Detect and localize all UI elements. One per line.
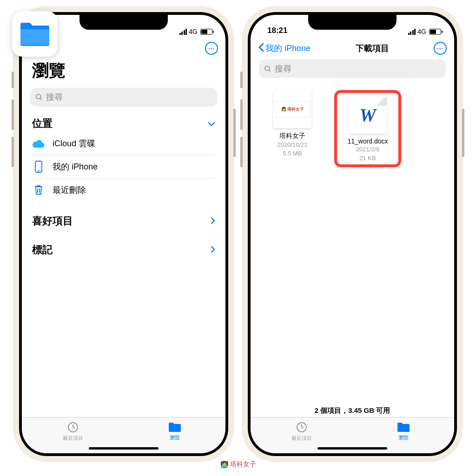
home-indicator[interactable] bbox=[317, 447, 387, 450]
file-grid: 👩塔科女子 塔科女子 2020/10/21 5.5 MB W 11_word.d… bbox=[251, 84, 454, 174]
row-icloud[interactable]: iCloud 雲碟 bbox=[32, 132, 215, 155]
folder-icon bbox=[397, 422, 410, 433]
trash-icon bbox=[32, 184, 45, 196]
home-indicator[interactable] bbox=[89, 447, 159, 450]
tab-recent[interactable]: 最近項目 bbox=[22, 417, 124, 445]
locations-list: iCloud 雲碟 我的 iPhone 最近刪除 bbox=[22, 132, 225, 201]
svg-line-6 bbox=[269, 70, 271, 72]
file-date: 2020/10/21 bbox=[264, 141, 320, 149]
battery-icon bbox=[429, 29, 441, 35]
svg-point-5 bbox=[265, 66, 270, 71]
status-time: 18:21 bbox=[267, 26, 287, 35]
footer-status: 2 個項目，3.45 GB 可用 bbox=[251, 402, 454, 417]
row-trash[interactable]: 最近刪除 bbox=[32, 179, 215, 201]
search-placeholder: 搜尋 bbox=[46, 91, 63, 103]
file-size: 21 KB bbox=[340, 155, 396, 163]
more-button[interactable]: ⋯ bbox=[205, 42, 218, 55]
folder-icon bbox=[168, 422, 182, 433]
back-button[interactable]: 我的 iPhone bbox=[258, 42, 311, 55]
chevron-down-icon bbox=[208, 119, 215, 129]
row-label: iCloud 雲碟 bbox=[53, 138, 95, 149]
row-iphone[interactable]: 我的 iPhone bbox=[32, 155, 215, 179]
chevron-left-icon bbox=[258, 42, 264, 55]
clock-icon bbox=[67, 421, 79, 433]
file-item-docx[interactable]: W 11_word.docx 2021/2/9 21 KB bbox=[340, 96, 396, 163]
tab-recent[interactable]: 最近項目 bbox=[251, 417, 352, 445]
file-name: 塔科女子 bbox=[264, 132, 320, 140]
clock-icon bbox=[296, 421, 308, 433]
section-locations-header[interactable]: 位置 bbox=[22, 112, 225, 132]
more-button[interactable]: ⋯ bbox=[434, 42, 447, 55]
network-label: 4G bbox=[189, 28, 198, 35]
iphone-icon bbox=[32, 161, 45, 173]
row-label: 我的 iPhone bbox=[53, 161, 98, 172]
highlight-annotation: W 11_word.docx 2021/2/9 21 KB bbox=[334, 90, 401, 167]
svg-point-0 bbox=[36, 94, 41, 99]
section-tags-header[interactable]: 標記 bbox=[22, 238, 225, 259]
icloud-icon bbox=[32, 139, 45, 148]
notch bbox=[308, 15, 397, 30]
file-item-image[interactable]: 👩塔科女子 塔科女子 2020/10/21 5.5 MB bbox=[264, 90, 320, 167]
page-title: 下載項目 bbox=[311, 43, 434, 54]
file-name: 11_word.docx bbox=[340, 137, 396, 145]
chevron-right-icon bbox=[211, 245, 215, 255]
tab-browse[interactable]: 瀏覽 bbox=[124, 417, 225, 445]
row-label: 最近刪除 bbox=[53, 184, 86, 196]
section-favorites-header[interactable]: 喜好項目 bbox=[22, 209, 225, 230]
battery-icon bbox=[200, 29, 212, 35]
nav-bar: 我的 iPhone 下載項目 ⋯ bbox=[251, 36, 454, 57]
phone-right: 18:21 4G 我的 iPhone 下載項目 ⋯ bbox=[242, 7, 463, 462]
chevron-right-icon bbox=[211, 216, 215, 227]
file-size: 5.5 MB bbox=[264, 150, 320, 158]
file-date: 2021/2/9 bbox=[340, 146, 396, 154]
file-thumbnail: 👩塔科女子 bbox=[273, 90, 311, 128]
tab-browse[interactable]: 瀏覽 bbox=[352, 417, 454, 445]
search-placeholder: 搜尋 bbox=[275, 63, 291, 74]
signal-icon bbox=[408, 29, 416, 35]
svg-line-1 bbox=[40, 98, 42, 100]
file-thumbnail: W bbox=[349, 96, 387, 134]
phone-left: 22 4G ⋯ 瀏覽 搜尋 位置 bbox=[13, 7, 234, 462]
notch bbox=[79, 15, 168, 30]
files-app-icon bbox=[12, 11, 58, 57]
page-title: 瀏覽 bbox=[22, 57, 225, 86]
watermark: 👩‍💻塔科女子 bbox=[220, 460, 256, 469]
search-icon bbox=[264, 65, 272, 73]
search-input[interactable]: 搜尋 bbox=[259, 59, 446, 78]
search-input[interactable]: 搜尋 bbox=[30, 88, 217, 106]
signal-icon bbox=[179, 29, 187, 35]
network-label: 4G bbox=[417, 28, 426, 35]
word-icon: W bbox=[359, 104, 376, 126]
search-icon bbox=[35, 93, 43, 101]
